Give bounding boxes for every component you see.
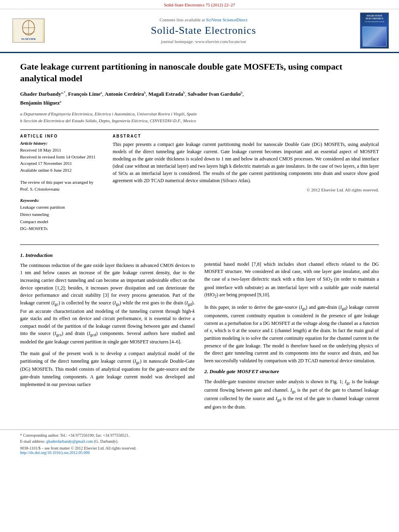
journal-header-center: Contents lists available at SciVerse Sci… — [51, 12, 356, 49]
email-link[interactable]: ghaderdarbandy@gmail.com — [46, 439, 93, 444]
info-abstract-columns: ARTICLE INFO Article history: Received 1… — [20, 134, 379, 238]
keywords-section: Keywords: Leakage current partition Dire… — [20, 198, 101, 232]
main-content: Gate leakage current partitioning in nan… — [0, 53, 399, 423]
email-name: (G. Darbandy). — [94, 439, 119, 444]
section1-right-para2: In this paper, in order to derive the ga… — [204, 304, 379, 364]
journal-title: Solid-State Electronics — [151, 25, 256, 37]
body-right-col: potential based model [7,8] which includ… — [204, 252, 379, 415]
abstract-heading: ABSTRACT — [113, 134, 379, 138]
article-info-heading: ARTICLE INFO — [20, 134, 101, 138]
sciverse-line: Contents lists available at SciVerse Sci… — [160, 17, 247, 22]
received-date: Received 18 May 2011 — [20, 147, 101, 154]
section1-title: 1. Introduction — [20, 252, 195, 259]
issn-line: 0038-1101/$ – see front matter © 2012 El… — [20, 446, 379, 450]
abstract-col: ABSTRACT This paper presents a compact g… — [113, 134, 379, 238]
accepted-date: Accepted 17 November 2011 — [20, 160, 101, 167]
journal-header: ELSEVIER Contents lists available at Sci… — [0, 9, 399, 53]
affiliations: a Departament d'Enginyeria Electrònica, … — [20, 111, 379, 124]
corresponding-note: * Corresponding author. Tel.: +34 977256… — [20, 432, 379, 444]
divider-2 — [20, 244, 379, 245]
journal-homepage: journal homepage: www.elsevier.com/locat… — [161, 39, 246, 44]
elsevier-logo-area: ELSEVIER — [6, 12, 51, 49]
body-columns: 1. Introduction The continuous reduction… — [20, 252, 379, 415]
elsevier-logo-image: ELSEVIER — [12, 18, 45, 43]
journal-cover-area: SOLID-STATEELECTRONICSAn International J… — [356, 12, 393, 49]
keywords-label: Keywords: — [20, 198, 101, 203]
copyright-line: © 2012 Elsevier Ltd. All rights reserved… — [113, 187, 379, 192]
online-date: Available online 6 June 2012 — [20, 167, 101, 174]
elsevier-logo: ELSEVIER — [12, 18, 45, 43]
body-left-col: 1. Introduction The continuous reduction… — [20, 252, 195, 415]
author-cerdeira: Antonio Cerdeira — [105, 91, 144, 97]
review-text: The review of this paper was arranged by… — [20, 179, 101, 192]
cover-title: SOLID-STATEELECTRONICSAn International J… — [365, 14, 385, 23]
section1-para2: The main goal of the present work is to … — [20, 350, 195, 388]
divider-1 — [20, 129, 379, 130]
keyword-4: DG–MOSFETs — [20, 225, 101, 232]
sciverse-link[interactable]: SciVerse ScienceDirect — [206, 17, 247, 22]
author-garduno: Salvador Ivan Garduño — [187, 91, 241, 97]
section2-para1: The double-gate transistor structure und… — [204, 378, 379, 411]
author-estrada: Magali Estrada — [148, 91, 183, 97]
author-lime: François Lime — [68, 91, 101, 97]
affiliation-b: b Sección de Electrónica del Estado Sóli… — [20, 117, 379, 124]
asterisk-note: * Corresponding author. Tel.: +34 977256… — [20, 433, 130, 438]
history-label: Article history: — [20, 141, 101, 146]
authors-line: Ghader Darbandya,*, François Limea, Anto… — [20, 90, 379, 107]
doi-link[interactable]: http://dx.doi.org/10.1016/j.sse.2012.05.… — [20, 450, 90, 455]
affiliation-a: a Departament d'Enginyeria Electrònica, … — [20, 111, 379, 117]
abstract-text: This paper presents a compact gate leaka… — [113, 141, 379, 184]
keyword-3: Compact model — [20, 218, 101, 226]
section1-right-para1: potential based model [7,8] which includ… — [204, 261, 379, 300]
review-note: The review of this paper was arranged by… — [20, 179, 101, 192]
revised-date: Received in revised form 14 October 2011 — [20, 154, 101, 160]
keywords-list: Leakage current partition Direct tunneli… — [20, 204, 101, 232]
abstract-body: This paper presents a compact gate leaka… — [113, 142, 379, 183]
body-content: 1. Introduction The continuous reduction… — [20, 252, 379, 415]
email-label: E-mail address: — [20, 439, 45, 444]
cover-image — [362, 27, 387, 47]
section2-title: 2. Double gate MOSFET structure — [204, 368, 379, 375]
article-history: Article history: Received 18 May 2011 Re… — [20, 141, 101, 173]
citation-text: Solid-State Electronics 75 (2012) 22–27 — [164, 2, 235, 7]
keyword-2: Direct tunneling — [20, 211, 101, 218]
keyword-1: Leakage current partition — [20, 204, 101, 211]
svg-text:ELSEVIER: ELSEVIER — [21, 37, 36, 41]
author-iniguez: Benjamin Iñiguez — [20, 100, 60, 106]
footer: * Corresponding author. Tel.: +34 977256… — [0, 429, 399, 455]
article-info-col: ARTICLE INFO Article history: Received 1… — [20, 134, 101, 238]
footer-links: 0038-1101/$ – see front matter © 2012 El… — [20, 446, 379, 455]
citation-bar: Solid-State Electronics 75 (2012) 22–27 — [0, 0, 399, 9]
journal-cover: SOLID-STATEELECTRONICSAn International J… — [360, 12, 389, 49]
article-title: Gate leakage current partitioning in nan… — [20, 61, 379, 84]
author-darbandy: Ghader Darbandy — [20, 91, 61, 97]
section1-para1: The continuous reduction of the gate oxi… — [20, 262, 195, 346]
